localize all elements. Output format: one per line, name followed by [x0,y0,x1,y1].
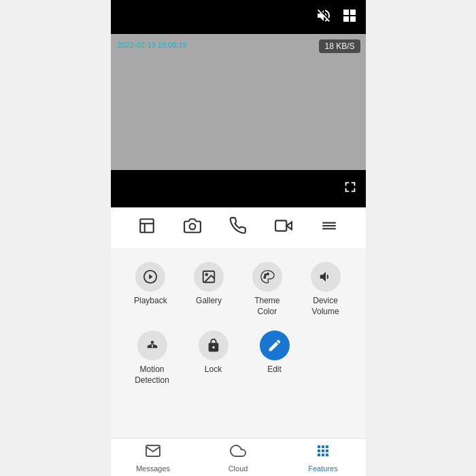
mute-icon[interactable] [316,7,332,27]
motion-detection-label: MotionDetection [135,364,169,386]
gallery-label: Gallery [196,296,222,307]
grid-row-1: Playback Gallery [122,255,355,324]
crop-view-icon[interactable] [135,214,158,241]
svg-point-15 [267,273,269,275]
grid-menu: Playback Gallery [111,248,366,438]
layers-icon[interactable] [318,214,341,241]
call-icon[interactable] [226,214,250,241]
grid-item-playback[interactable]: Playback [122,262,180,317]
bottom-video-bar [111,170,366,207]
svg-point-13 [264,277,266,279]
grid-item-theme-color[interactable]: ThemeColor [238,262,296,317]
svg-rect-0 [140,219,154,233]
device-volume-icon [311,262,341,292]
edit-label: Edit [267,364,282,375]
features-nav-label: Features [308,464,337,473]
svg-point-3 [190,224,196,230]
svg-point-12 [206,273,208,275]
video-record-icon[interactable] [272,214,295,241]
nav-item-features[interactable]: Features [281,443,366,473]
lock-icon [199,330,228,360]
grid-item-device-volume[interactable]: DeviceVolume [296,262,355,317]
playback-label: Playback [134,296,167,307]
device-volume-label: DeviceVolume [312,296,339,317]
video-timestamp: 2022-02-19 10:08:19 [118,41,187,49]
lock-label: Lock [205,364,222,375]
grid-item-motion-detection[interactable]: MotionDetection [122,330,183,386]
camera-icon[interactable] [181,214,204,241]
top-bar [111,0,366,34]
grid-item-gallery[interactable]: Gallery [180,262,238,317]
svg-point-16 [150,341,154,344]
theme-color-label: ThemeColor [254,296,279,317]
features-nav-icon [315,443,331,463]
app-container: 2022-02-19 10:08:19 18 KB/S [111,0,366,476]
nav-item-cloud[interactable]: Cloud [196,443,281,473]
messages-nav-label: Messages [136,464,170,473]
grid-row-2: MotionDetection Lock Edit [122,324,355,392]
expand-icon[interactable] [343,180,358,198]
cloud-nav-icon [230,443,246,463]
gallery-icon [194,262,224,292]
svg-point-14 [265,274,267,276]
grid-item-lock[interactable]: Lock [183,330,244,386]
svg-rect-5 [275,220,286,231]
theme-color-icon [252,262,282,292]
motion-detection-icon [137,330,167,360]
screen-layout-icon[interactable] [341,7,358,27]
edit-icon [260,330,290,360]
playback-icon [135,262,165,292]
nav-item-messages[interactable]: Messages [111,443,196,473]
grid-item-edit[interactable]: Edit [244,330,305,386]
toolbar-row [111,207,366,248]
cloud-nav-label: Cloud [228,464,248,473]
messages-nav-icon [145,443,161,463]
video-speed-badge: 18 KB/S [319,39,360,53]
video-feed: 2022-02-19 10:08:19 18 KB/S [111,34,366,170]
bottom-nav: Messages Cloud Features [111,438,366,476]
svg-marker-10 [150,274,154,279]
svg-marker-4 [286,222,292,230]
